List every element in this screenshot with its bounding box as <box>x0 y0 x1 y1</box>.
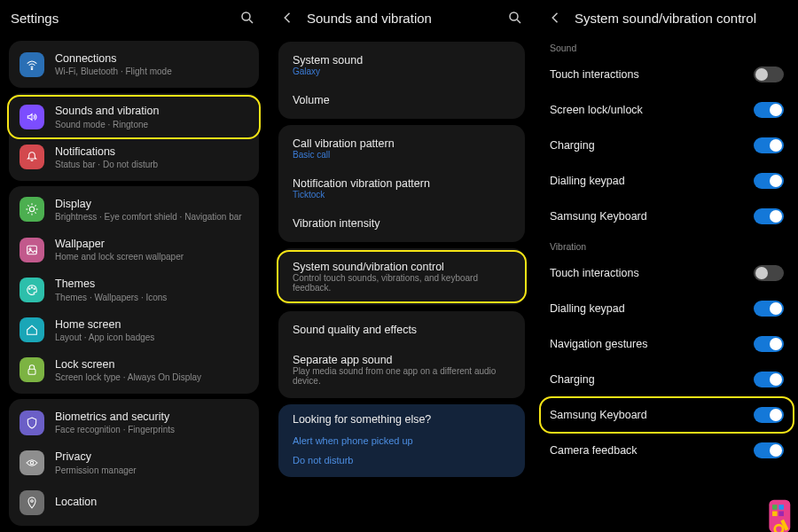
toggle-switch[interactable] <box>754 372 784 387</box>
toggle-switch[interactable] <box>754 173 784 189</box>
svg-line-8 <box>27 206 28 207</box>
svg-line-21 <box>517 20 520 23</box>
suggestion-link[interactable]: Alert when phone picked up <box>293 431 511 450</box>
toggle-label: Charging <box>550 373 754 386</box>
svg-rect-12 <box>27 246 37 254</box>
svg-rect-26 <box>778 512 784 517</box>
toggle-switch[interactable] <box>754 442 784 458</box>
palette-icon <box>20 278 44 302</box>
toggle-label: Touch interactions <box>550 267 754 279</box>
toggle-row-charging[interactable]: Charging <box>536 128 798 163</box>
sounds-panel: Sounds and vibration System soundGalaxyV… <box>268 0 536 532</box>
settings-item-vibration-intensity[interactable]: Vibration intensity <box>278 208 525 239</box>
bell-icon <box>20 145 44 169</box>
toggle-row-screen-lock-unlock[interactable]: Screen lock/unlock <box>536 92 798 128</box>
svg-rect-17 <box>28 370 35 375</box>
settings-group: Biometrics and securityFace recognition … <box>9 399 259 526</box>
settings-item-system-sound[interactable]: System soundGalaxy <box>278 45 525 85</box>
svg-line-10 <box>27 213 28 214</box>
item-subtitle: Control touch sounds, vibrations, and ke… <box>293 273 511 293</box>
search-icon[interactable] <box>238 8 257 27</box>
toggle-row-touch-interactions[interactable]: Touch interactions <box>536 255 798 291</box>
settings-card: System soundGalaxyVolume <box>278 42 525 119</box>
svg-rect-24 <box>778 505 784 510</box>
volume-icon <box>20 105 44 129</box>
settings-row-display[interactable]: DisplayBrightness · Eye comfort shield ·… <box>9 190 259 230</box>
settings-group: Sounds and vibrationSound mode · Rington… <box>9 93 259 181</box>
sounds-header: Sounds and vibration <box>268 0 536 35</box>
row-title: Home screen <box>55 317 154 332</box>
settings-row-privacy[interactable]: PrivacyPermission manager <box>9 442 259 482</box>
item-subtitle: Galaxy <box>293 66 511 76</box>
row-title: Lock screen <box>55 357 201 372</box>
settings-item-notification-vibration-pattern[interactable]: Notification vibration patternTicktock <box>278 168 525 208</box>
section-label-sound: Sound <box>536 35 798 57</box>
lock-icon <box>20 357 44 382</box>
settings-row-home-screen[interactable]: Home screenLayout · App icon badges <box>9 310 259 350</box>
item-title: Volume <box>293 94 511 106</box>
sun-icon <box>20 197 44 222</box>
row-subtitle: Layout · App icon badges <box>55 332 154 343</box>
item-title: Vibration intensity <box>293 217 511 230</box>
settings-row-themes[interactable]: ThemesThemes · Wallpapers · Icons <box>9 270 259 309</box>
svg-point-0 <box>242 12 250 20</box>
svg-point-19 <box>31 499 34 502</box>
settings-row-biometrics-and-security[interactable]: Biometrics and securityFace recognition … <box>9 403 259 442</box>
settings-card: Call vibration patternBasic callNotifica… <box>278 125 525 242</box>
settings-item-call-vibration-pattern[interactable]: Call vibration patternBasic call <box>278 129 525 168</box>
item-title: Notification vibration pattern <box>293 177 511 190</box>
toggle-row-charging[interactable]: Charging <box>536 362 798 397</box>
settings-row-wallpaper[interactable]: WallpaperHome and lock screen wallpaper <box>9 230 259 270</box>
svg-point-18 <box>30 461 33 464</box>
toggle-switch[interactable] <box>754 102 784 118</box>
row-subtitle: Status bar · Do not disturb <box>55 159 158 170</box>
row-title: Privacy <box>55 450 137 464</box>
toggle-switch[interactable] <box>754 208 784 224</box>
toggle-switch[interactable] <box>754 66 784 82</box>
settings-item-volume[interactable]: Volume <box>278 85 525 115</box>
suggestion-link[interactable]: Do not disturb <box>293 450 511 470</box>
toggle-row-navigation-gestures[interactable]: Navigation gestures <box>536 326 798 362</box>
settings-item-sound-quality-and-effects[interactable]: Sound quality and effects <box>278 315 525 345</box>
settings-item-system-sound-vibration-control[interactable]: System sound/vibration controlControl to… <box>278 252 525 301</box>
settings-row-notifications[interactable]: NotificationsStatus bar · Do not disturb <box>9 137 259 177</box>
row-title: Themes <box>55 277 167 291</box>
svg-point-20 <box>510 12 518 20</box>
row-title: Biometrics and security <box>55 410 175 424</box>
image-icon <box>20 238 44 262</box>
settings-row-sounds-and-vibration[interactable]: Sounds and vibrationSound mode · Rington… <box>9 97 259 137</box>
toggle-row-dialling-keypad[interactable]: Dialling keypad <box>536 291 798 326</box>
svg-point-16 <box>34 288 35 289</box>
toggle-label: Dialling keypad <box>550 175 754 187</box>
row-title: Notifications <box>55 145 158 159</box>
row-subtitle: Wi-Fi, Bluetooth · Flight mode <box>55 66 172 77</box>
row-subtitle: Permission manager <box>55 465 137 476</box>
toggle-row-dialling-keypad[interactable]: Dialling keypad <box>536 163 798 199</box>
search-icon[interactable] <box>505 8 525 27</box>
settings-row-lock-screen[interactable]: Lock screenScreen lock type · Always On … <box>9 350 259 390</box>
toggle-switch[interactable] <box>754 336 784 352</box>
toggle-switch[interactable] <box>754 265 784 281</box>
toggle-row-touch-interactions[interactable]: Touch interactions <box>536 57 798 92</box>
toggle-row-samsung-keyboard[interactable]: Samsung Keyboard <box>536 199 798 234</box>
section-label-vibration: Vibration <box>536 234 798 255</box>
home-icon <box>20 317 44 342</box>
toggle-switch[interactable] <box>754 407 784 423</box>
back-icon[interactable] <box>546 8 566 27</box>
settings-title: Settings <box>11 11 59 26</box>
svg-rect-23 <box>772 505 778 510</box>
toggle-row-camera-feedback[interactable]: Camera feedback <box>536 433 798 468</box>
settings-row-location[interactable]: Location <box>9 483 259 522</box>
row-subtitle: Themes · Wallpapers · Icons <box>55 292 167 303</box>
row-subtitle: Sound mode · Ringtone <box>55 119 159 130</box>
back-icon[interactable] <box>278 8 298 27</box>
toggle-row-samsung-keyboard[interactable]: Samsung Keyboard <box>536 397 798 433</box>
watermark-badge <box>763 497 798 532</box>
toggle-switch[interactable] <box>754 301 784 317</box>
settings-row-connections[interactable]: ConnectionsWi-Fi, Bluetooth · Flight mod… <box>9 44 259 84</box>
toggle-switch[interactable] <box>754 137 784 153</box>
toggle-label: Samsung Keyboard <box>550 409 754 421</box>
settings-item-separate-app-sound[interactable]: Separate app soundPlay media sound from … <box>278 345 525 395</box>
settings-card: Sound quality and effectsSeparate app so… <box>278 311 525 398</box>
toggle-label: Touch interactions <box>550 68 754 81</box>
